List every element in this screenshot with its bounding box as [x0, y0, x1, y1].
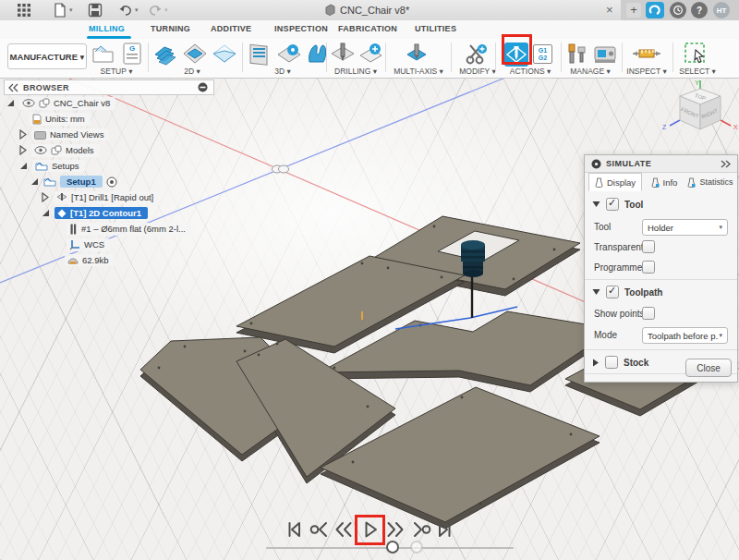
new-document-tab-button[interactable]: +: [626, 3, 641, 18]
tree-row-wcs[interactable]: WCS: [67, 237, 110, 251]
toolpath-mode-select[interactable]: Toolpath before p...▾: [642, 327, 728, 344]
tab-milling[interactable]: MILLING: [89, 24, 125, 33]
select-icon[interactable]: [684, 42, 708, 66]
eye-icon[interactable]: [22, 99, 35, 107]
file-menu-caret[interactable]: ▾: [69, 6, 73, 14]
collapse-browser-icon[interactable]: [8, 83, 19, 92]
2d-contour-icon[interactable]: [212, 42, 236, 66]
close-document-button[interactable]: ×: [606, 3, 613, 17]
view-cube[interactable]: TOP FRONT RIGHT Y X Z: [662, 79, 738, 130]
2d-pocket-icon[interactable]: [183, 42, 207, 66]
toolpath-section-header[interactable]: Toolpath: [592, 286, 662, 298]
tab-inspection[interactable]: INSPECTION: [274, 24, 328, 33]
programmed-checkbox[interactable]: [642, 261, 655, 274]
modify-group-label[interactable]: MODIFY ▾: [454, 67, 501, 76]
transparent-checkbox[interactable]: [642, 240, 655, 253]
tree-row-units[interactable]: Units: mm: [30, 112, 91, 126]
measure-icon[interactable]: [632, 42, 661, 66]
2d-face-icon[interactable]: [153, 42, 177, 66]
expanded-caret-icon[interactable]: [41, 208, 51, 218]
tab-turning[interactable]: TURNING: [151, 24, 190, 33]
collapsed-caret-icon[interactable]: [41, 192, 50, 202]
expanded-caret-icon[interactable]: [18, 161, 29, 171]
drilling-group-label[interactable]: DRILLING ▾: [329, 67, 382, 76]
undo-icon[interactable]: [118, 3, 133, 18]
save-icon[interactable]: [88, 3, 103, 18]
post-process-icon[interactable]: G1G2: [533, 44, 552, 64]
tab-statistics[interactable]: Statistics: [686, 173, 734, 191]
tool-display-select[interactable]: Holder▾: [642, 219, 728, 236]
stock-section-header[interactable]: Stock: [592, 356, 648, 369]
tree-row-2d-contour1[interactable]: [T1] 2D Contour1: [41, 206, 148, 220]
stock-visible-checkbox[interactable]: [605, 356, 618, 369]
redo-icon[interactable]: [148, 3, 163, 18]
playback-previous-operation-button[interactable]: [309, 518, 331, 541]
simulation-timeline-handle[interactable]: [386, 541, 399, 554]
help-icon[interactable]: ?: [691, 2, 708, 18]
3d-group-label[interactable]: 3D ▾: [255, 67, 310, 76]
file-menu-icon[interactable]: [53, 3, 67, 18]
section-collapsed-caret-icon[interactable]: [592, 359, 600, 367]
select-group-label[interactable]: SELECT ▾: [672, 67, 722, 76]
close-button[interactable]: Close: [685, 359, 732, 377]
expanded-caret-icon[interactable]: [6, 98, 16, 108]
tree-row-tool[interactable]: #1 – Ø6mm flat (6mm 2-l...: [67, 222, 191, 236]
undo-caret[interactable]: ▾: [135, 6, 139, 14]
multi-axis-group-label[interactable]: MULTI-AXIS ▾: [390, 67, 447, 76]
collapsed-caret-icon[interactable]: [18, 129, 28, 140]
activity-clock-icon[interactable]: [670, 2, 686, 18]
expand-dialog-icon[interactable]: [720, 160, 732, 168]
playback-next-operation-button[interactable]: [410, 518, 432, 541]
browser-panel-header[interactable]: BROWSER: [4, 79, 214, 95]
drill-icon[interactable]: [331, 42, 355, 66]
show-points-checkbox[interactable]: [642, 307, 655, 320]
drill-pattern-icon[interactable]: [358, 42, 382, 66]
tool-library-icon[interactable]: [565, 42, 589, 66]
fusion-logo-icon[interactable]: [646, 2, 664, 18]
active-setup-radio-icon[interactable]: [106, 177, 117, 188]
tree-row-setup1[interactable]: Setup1: [30, 175, 117, 189]
tool-section-header[interactable]: Tool: [592, 198, 643, 211]
manage-group-label[interactable]: MANAGE ▾: [563, 67, 617, 76]
tool-visible-checkbox[interactable]: [606, 198, 619, 211]
gcode-sheet-icon[interactable]: G: [120, 42, 144, 66]
tab-info[interactable]: Info: [644, 173, 684, 191]
tab-utilities[interactable]: UTILITIES: [415, 24, 456, 33]
playback-step-forward-button[interactable]: [384, 518, 406, 541]
tree-row-drill1[interactable]: [T1] Drill1 [Rapid out]: [41, 190, 159, 204]
selected-operation[interactable]: [T1] 2D Contour1: [55, 207, 148, 219]
section-expanded-caret-icon[interactable]: [592, 288, 600, 296]
tree-row-root[interactable]: CNC_Chair v8: [6, 96, 115, 110]
tree-row-size[interactable]: 62.9kb: [65, 253, 115, 267]
2d-group-label[interactable]: 2D ▾: [164, 67, 220, 76]
collapsed-caret-icon[interactable]: [18, 145, 28, 155]
machine-library-icon[interactable]: [593, 42, 617, 66]
multi-axis-icon[interactable]: [405, 42, 429, 66]
expanded-caret-icon[interactable]: [30, 177, 40, 187]
tree-row-setups[interactable]: Setups: [18, 159, 85, 173]
playback-skip-end-button[interactable]: [434, 518, 456, 541]
tab-fabrication[interactable]: FABRICATION: [338, 24, 397, 33]
playback-step-back-button[interactable]: [333, 518, 355, 541]
tree-row-models[interactable]: Models: [18, 143, 100, 157]
eye-icon[interactable]: [34, 146, 47, 154]
workspace-selector-button[interactable]: MANUFACTURE ▾: [7, 43, 87, 69]
toolpath-visible-checkbox[interactable]: [606, 286, 619, 298]
actions-group-label[interactable]: ACTIONS ▾: [503, 67, 557, 76]
setup1-label[interactable]: Setup1: [60, 176, 103, 188]
simulate-dialog-header[interactable]: SIMULATE: [585, 155, 737, 173]
3d-parallel-icon[interactable]: [277, 42, 301, 66]
modify-icon[interactable]: [465, 42, 489, 66]
tab-additive[interactable]: ADDITIVE: [211, 24, 251, 33]
browser-options-icon[interactable]: [198, 82, 208, 92]
inspect-group-label[interactable]: INSPECT ▾: [621, 67, 672, 76]
user-avatar[interactable]: HT: [713, 2, 730, 18]
app-grid-icon[interactable]: [17, 3, 31, 18]
3d-adaptive-icon[interactable]: [248, 42, 272, 66]
tab-display[interactable]: Display: [588, 173, 642, 191]
tree-row-named-views[interactable]: Named Views: [18, 128, 109, 141]
new-setup-icon[interactable]: [91, 42, 115, 66]
setup-group-label[interactable]: SETUP ▾: [89, 67, 144, 76]
playback-skip-start-button[interactable]: [283, 518, 305, 541]
redo-caret[interactable]: ▾: [164, 6, 168, 14]
